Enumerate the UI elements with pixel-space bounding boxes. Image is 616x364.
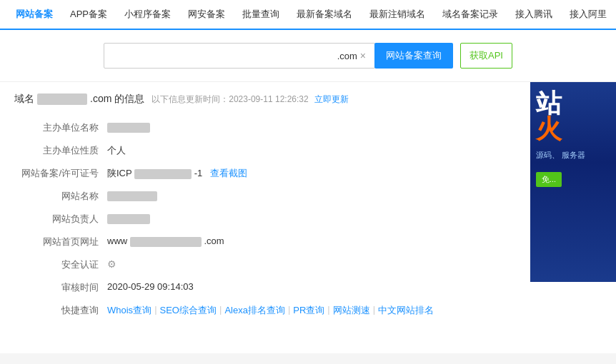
label-unit-name: 主办单位名称	[14, 120, 107, 134]
top-navigation: 网站备案 APP备案 小程序备案 网安备案 批量查询 最新备案域名 最新注销域名…	[0, 0, 616, 30]
label-security: 安全认证	[14, 257, 107, 271]
nav-item-app-beian[interactable]: APP备案	[61, 0, 116, 30]
icp-suffix: -1	[194, 168, 203, 178]
separator-2: |	[219, 304, 222, 317]
quick-link-whois[interactable]: Whois查询	[107, 304, 151, 317]
nav-item-domain-record[interactable]: 域名备案记录	[434, 0, 507, 30]
value-review-time: 2020-05-29 09:14:03	[107, 280, 515, 292]
homepage-prefix: www	[107, 236, 127, 246]
homepage-suffix: .com	[204, 236, 224, 246]
value-unit-type: 个人	[107, 143, 515, 157]
separator-4: |	[327, 304, 329, 317]
row-unit-name: 主办单位名称	[14, 116, 515, 138]
label-review-time: 审核时间	[14, 280, 107, 294]
value-quick-links: Whois查询 | SEO综合查询 | Alexa排名查询 | PR查询 | 网…	[107, 303, 515, 317]
row-review-time: 审核时间 2020-05-29 09:14:03	[14, 275, 515, 298]
nav-item-miniapp-beian[interactable]: 小程序备案	[116, 0, 179, 30]
search-clear-icon[interactable]: ×	[357, 50, 369, 61]
label-site-contact: 网站负责人	[14, 211, 107, 226]
label-icp: 网站备案/许可证号	[14, 166, 107, 180]
row-site-name: 网站名称	[14, 184, 515, 207]
value-homepage: www .com	[107, 234, 515, 247]
site-name-blurred	[107, 191, 157, 201]
label-unit-type: 主办单位性质	[14, 143, 107, 157]
value-site-contact	[107, 211, 515, 224]
nav-item-website-beian[interactable]: 网站备案	[7, 0, 61, 30]
search-suffix: .com	[337, 51, 357, 61]
row-security: 安全认证 ⚙	[14, 253, 515, 275]
value-unit-name	[107, 120, 515, 133]
icp-screenshot-link[interactable]: 查看截图	[210, 168, 247, 178]
domain-title-bar: 域名 .com 的信息 以下信息更新时间：2023-09-11 12:26:32…	[14, 93, 602, 106]
separator-1: |	[154, 304, 157, 317]
query-button[interactable]: 网站备案查询	[374, 43, 453, 69]
icp-number-blurred	[134, 169, 192, 179]
ad-title-char1: 站	[536, 91, 610, 116]
security-gear-icon: ⚙	[107, 258, 116, 270]
domain-suffix-text: .com 的信息	[90, 93, 144, 106]
label-quick-links: 快捷查询	[14, 303, 107, 317]
search-area: .com × 网站备案查询 获取API	[0, 30, 616, 82]
info-table: 主办单位名称 主办单位性质 个人 网站备案/许可证号 陕ICP -1 查看截图 …	[14, 116, 515, 321]
value-security: ⚙	[107, 257, 515, 270]
domain-title-prefix: 域名	[14, 93, 34, 106]
domain-name-blurred	[37, 93, 87, 105]
quick-link-seo[interactable]: SEO综合查询	[160, 304, 217, 317]
row-unit-type: 主办单位性质 个人	[14, 138, 515, 161]
nav-item-batch-query[interactable]: 批量查询	[234, 0, 288, 30]
unit-name-blurred	[107, 123, 150, 133]
separator-5: |	[373, 304, 375, 317]
nav-item-latest-cancel[interactable]: 最新注销域名	[361, 0, 434, 30]
site-contact-blurred	[107, 214, 150, 224]
nav-item-tencent[interactable]: 接入腾讯	[507, 0, 561, 30]
update-link[interactable]: 立即更新	[314, 93, 349, 106]
ad-banner[interactable]: 站 火 源码、 服务器 免...	[530, 82, 616, 282]
homepage-blurred	[130, 237, 202, 247]
nav-item-latest-domain[interactable]: 最新备案域名	[288, 0, 361, 30]
quick-link-pr[interactable]: PR查询	[293, 304, 324, 317]
label-site-name: 网站名称	[14, 188, 107, 203]
quick-link-speed[interactable]: 网站测速	[333, 304, 370, 317]
info-area: 域名 .com 的信息 以下信息更新时间：2023-09-11 12:26:32…	[0, 82, 616, 353]
ad-title-char2: 火	[536, 116, 610, 142]
search-input-box: .com ×	[104, 43, 375, 69]
row-site-contact: 网站负责人	[14, 207, 515, 230]
value-icp: 陕ICP -1 查看截图	[107, 166, 515, 180]
quick-link-chinese-rank[interactable]: 中文网站排名	[378, 304, 434, 317]
icp-prefix: 陕ICP	[107, 168, 131, 178]
nav-item-security-beian[interactable]: 网安备案	[179, 0, 234, 30]
row-icp: 网站备案/许可证号 陕ICP -1 查看截图	[14, 161, 515, 184]
value-site-name	[107, 188, 515, 201]
quick-link-alexa[interactable]: Alexa排名查询	[224, 304, 285, 317]
info-sub-label: 以下信息更新时间：2023-09-11 12:26:32	[151, 93, 308, 106]
api-button[interactable]: 获取API	[460, 43, 512, 69]
search-input[interactable]	[110, 51, 337, 61]
row-quick-links: 快捷查询 Whois查询 | SEO综合查询 | Alexa排名查询 | PR查…	[14, 298, 515, 321]
row-homepage: 网站首页网址 www .com	[14, 230, 515, 253]
ad-sub-text: 源码、 服务器	[536, 149, 610, 162]
separator-3: |	[288, 304, 290, 317]
ad-free-button[interactable]: 免...	[536, 172, 562, 187]
label-homepage: 网站首页网址	[14, 234, 107, 248]
nav-item-aliyun[interactable]: 接入阿里	[561, 0, 615, 30]
quick-links-container: Whois查询 | SEO综合查询 | Alexa排名查询 | PR查询 | 网…	[107, 304, 515, 317]
